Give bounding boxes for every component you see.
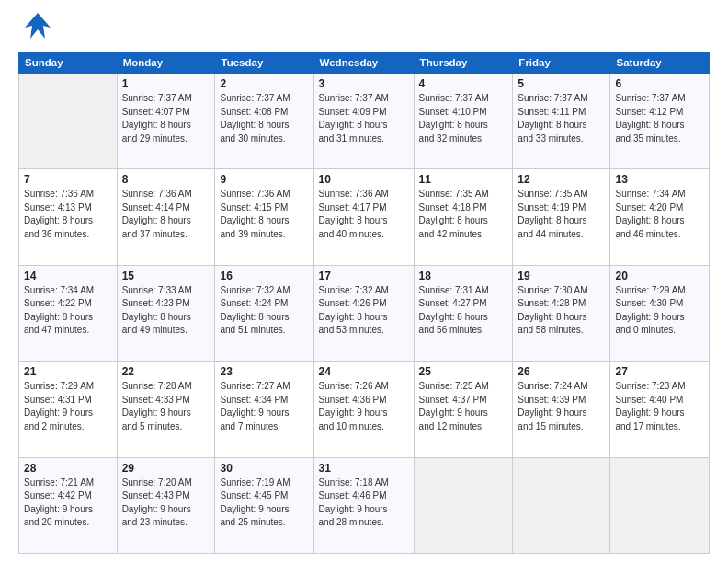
empty-cell bbox=[414, 457, 513, 553]
day-cell-27: 27Sunrise: 7:23 AM Sunset: 4:40 PM Dayli… bbox=[610, 362, 710, 457]
day-info-12: Sunrise: 7:35 AM Sunset: 4:19 PM Dayligh… bbox=[518, 188, 605, 241]
day-cell-14: 14Sunrise: 7:34 AM Sunset: 4:22 PM Dayli… bbox=[19, 265, 118, 361]
day-cell-6: 6Sunrise: 7:37 AM Sunset: 4:12 PM Daylig… bbox=[610, 74, 710, 169]
weekday-header-wednesday: Wednesday bbox=[313, 52, 414, 74]
day-cell-28: 28Sunrise: 7:21 AM Sunset: 4:42 PM Dayli… bbox=[19, 457, 118, 553]
weekday-header-row: SundayMondayTuesdayWednesdayThursdayFrid… bbox=[19, 52, 710, 74]
day-cell-15: 15Sunrise: 7:33 AM Sunset: 4:23 PM Dayli… bbox=[117, 265, 215, 361]
day-info-23: Sunrise: 7:27 AM Sunset: 4:34 PM Dayligh… bbox=[220, 380, 308, 433]
day-number-21: 21 bbox=[24, 365, 112, 378]
day-info-6: Sunrise: 7:37 AM Sunset: 4:12 PM Dayligh… bbox=[615, 92, 704, 145]
day-cell-2: 2Sunrise: 7:37 AM Sunset: 4:08 PM Daylig… bbox=[215, 74, 313, 169]
day-info-31: Sunrise: 7:18 AM Sunset: 4:46 PM Dayligh… bbox=[319, 477, 409, 530]
day-number-9: 9 bbox=[220, 173, 308, 186]
week-row-2: 7Sunrise: 7:36 AM Sunset: 4:13 PM Daylig… bbox=[19, 169, 710, 265]
day-info-19: Sunrise: 7:30 AM Sunset: 4:28 PM Dayligh… bbox=[518, 284, 605, 338]
calendar-table: SundayMondayTuesdayWednesdayThursdayFrid… bbox=[18, 52, 710, 554]
day-info-26: Sunrise: 7:24 AM Sunset: 4:39 PM Dayligh… bbox=[518, 380, 605, 433]
day-number-28: 28 bbox=[24, 462, 112, 475]
logo-bird-icon bbox=[25, 11, 51, 40]
weekday-header-sunday: Sunday bbox=[19, 52, 118, 74]
day-cell-18: 18Sunrise: 7:31 AM Sunset: 4:27 PM Dayli… bbox=[414, 265, 513, 361]
day-number-22: 22 bbox=[122, 365, 210, 378]
day-info-15: Sunrise: 7:33 AM Sunset: 4:23 PM Dayligh… bbox=[122, 284, 210, 338]
logo bbox=[18, 15, 51, 44]
day-cell-25: 25Sunrise: 7:25 AM Sunset: 4:37 PM Dayli… bbox=[414, 362, 513, 457]
day-info-8: Sunrise: 7:36 AM Sunset: 4:14 PM Dayligh… bbox=[122, 188, 210, 241]
day-number-17: 17 bbox=[319, 270, 409, 282]
header bbox=[18, 15, 710, 44]
day-info-14: Sunrise: 7:34 AM Sunset: 4:22 PM Dayligh… bbox=[24, 284, 112, 338]
day-info-4: Sunrise: 7:37 AM Sunset: 4:10 PM Dayligh… bbox=[419, 92, 508, 145]
day-cell-7: 7Sunrise: 7:36 AM Sunset: 4:13 PM Daylig… bbox=[19, 169, 118, 265]
day-cell-29: 29Sunrise: 7:20 AM Sunset: 4:43 PM Dayli… bbox=[117, 457, 215, 553]
weekday-header-friday: Friday bbox=[513, 52, 610, 74]
day-number-5: 5 bbox=[518, 77, 605, 90]
day-cell-10: 10Sunrise: 7:36 AM Sunset: 4:17 PM Dayli… bbox=[313, 169, 414, 265]
day-info-24: Sunrise: 7:26 AM Sunset: 4:36 PM Dayligh… bbox=[319, 380, 409, 433]
day-info-29: Sunrise: 7:20 AM Sunset: 4:43 PM Dayligh… bbox=[122, 477, 210, 530]
day-cell-22: 22Sunrise: 7:28 AM Sunset: 4:33 PM Dayli… bbox=[117, 362, 215, 457]
day-cell-26: 26Sunrise: 7:24 AM Sunset: 4:39 PM Dayli… bbox=[513, 362, 610, 457]
day-info-10: Sunrise: 7:36 AM Sunset: 4:17 PM Dayligh… bbox=[319, 188, 409, 241]
day-cell-23: 23Sunrise: 7:27 AM Sunset: 4:34 PM Dayli… bbox=[215, 362, 313, 457]
day-number-25: 25 bbox=[419, 365, 508, 378]
day-cell-21: 21Sunrise: 7:29 AM Sunset: 4:31 PM Dayli… bbox=[19, 362, 118, 457]
day-cell-11: 11Sunrise: 7:35 AM Sunset: 4:18 PM Dayli… bbox=[414, 169, 513, 265]
day-info-2: Sunrise: 7:37 AM Sunset: 4:08 PM Dayligh… bbox=[220, 92, 308, 145]
calendar-body: 1Sunrise: 7:37 AM Sunset: 4:07 PM Daylig… bbox=[19, 74, 710, 554]
weekday-header-monday: Monday bbox=[117, 52, 215, 74]
day-number-15: 15 bbox=[122, 270, 210, 282]
day-cell-9: 9Sunrise: 7:36 AM Sunset: 4:15 PM Daylig… bbox=[215, 169, 313, 265]
week-row-3: 14Sunrise: 7:34 AM Sunset: 4:22 PM Dayli… bbox=[19, 265, 710, 361]
day-number-20: 20 bbox=[615, 270, 704, 282]
day-info-16: Sunrise: 7:32 AM Sunset: 4:24 PM Dayligh… bbox=[220, 284, 308, 338]
day-number-26: 26 bbox=[518, 365, 605, 378]
empty-cell bbox=[19, 74, 118, 169]
day-cell-13: 13Sunrise: 7:34 AM Sunset: 4:20 PM Dayli… bbox=[610, 169, 710, 265]
week-row-1: 1Sunrise: 7:37 AM Sunset: 4:07 PM Daylig… bbox=[19, 74, 710, 169]
day-info-11: Sunrise: 7:35 AM Sunset: 4:18 PM Dayligh… bbox=[419, 188, 508, 241]
empty-cell bbox=[610, 457, 710, 553]
day-cell-3: 3Sunrise: 7:37 AM Sunset: 4:09 PM Daylig… bbox=[313, 74, 414, 169]
day-number-23: 23 bbox=[220, 365, 308, 378]
day-number-24: 24 bbox=[319, 365, 409, 378]
day-number-31: 31 bbox=[319, 462, 409, 475]
day-info-3: Sunrise: 7:37 AM Sunset: 4:09 PM Dayligh… bbox=[319, 92, 409, 145]
day-number-3: 3 bbox=[319, 77, 409, 90]
day-cell-17: 17Sunrise: 7:32 AM Sunset: 4:26 PM Dayli… bbox=[313, 265, 414, 361]
day-cell-8: 8Sunrise: 7:36 AM Sunset: 4:14 PM Daylig… bbox=[117, 169, 215, 265]
svg-marker-0 bbox=[25, 13, 51, 39]
day-number-14: 14 bbox=[24, 270, 112, 282]
day-number-30: 30 bbox=[220, 462, 308, 475]
day-info-7: Sunrise: 7:36 AM Sunset: 4:13 PM Dayligh… bbox=[24, 188, 112, 241]
day-cell-31: 31Sunrise: 7:18 AM Sunset: 4:46 PM Dayli… bbox=[313, 457, 414, 553]
day-number-19: 19 bbox=[518, 270, 605, 282]
day-info-1: Sunrise: 7:37 AM Sunset: 4:07 PM Dayligh… bbox=[122, 92, 210, 145]
day-info-27: Sunrise: 7:23 AM Sunset: 4:40 PM Dayligh… bbox=[615, 380, 704, 433]
empty-cell bbox=[513, 457, 610, 553]
week-row-5: 28Sunrise: 7:21 AM Sunset: 4:42 PM Dayli… bbox=[19, 457, 710, 553]
weekday-header-tuesday: Tuesday bbox=[215, 52, 313, 74]
day-cell-5: 5Sunrise: 7:37 AM Sunset: 4:11 PM Daylig… bbox=[513, 74, 610, 169]
day-info-13: Sunrise: 7:34 AM Sunset: 4:20 PM Dayligh… bbox=[615, 188, 704, 241]
day-number-27: 27 bbox=[615, 365, 704, 378]
day-info-5: Sunrise: 7:37 AM Sunset: 4:11 PM Dayligh… bbox=[518, 92, 605, 145]
day-info-21: Sunrise: 7:29 AM Sunset: 4:31 PM Dayligh… bbox=[24, 380, 112, 433]
day-number-8: 8 bbox=[122, 173, 210, 186]
day-number-2: 2 bbox=[220, 77, 308, 90]
week-row-4: 21Sunrise: 7:29 AM Sunset: 4:31 PM Dayli… bbox=[19, 362, 710, 457]
day-info-18: Sunrise: 7:31 AM Sunset: 4:27 PM Dayligh… bbox=[419, 284, 508, 338]
day-cell-24: 24Sunrise: 7:26 AM Sunset: 4:36 PM Dayli… bbox=[313, 362, 414, 457]
day-cell-12: 12Sunrise: 7:35 AM Sunset: 4:19 PM Dayli… bbox=[513, 169, 610, 265]
day-number-1: 1 bbox=[122, 77, 210, 90]
day-cell-16: 16Sunrise: 7:32 AM Sunset: 4:24 PM Dayli… bbox=[215, 265, 313, 361]
page: SundayMondayTuesdayWednesdayThursdayFrid… bbox=[0, 0, 728, 563]
day-cell-4: 4Sunrise: 7:37 AM Sunset: 4:10 PM Daylig… bbox=[414, 74, 513, 169]
day-info-17: Sunrise: 7:32 AM Sunset: 4:26 PM Dayligh… bbox=[319, 284, 409, 338]
day-cell-30: 30Sunrise: 7:19 AM Sunset: 4:45 PM Dayli… bbox=[215, 457, 313, 553]
weekday-header-saturday: Saturday bbox=[610, 52, 710, 74]
day-number-4: 4 bbox=[419, 77, 508, 90]
day-number-11: 11 bbox=[419, 173, 508, 186]
day-info-25: Sunrise: 7:25 AM Sunset: 4:37 PM Dayligh… bbox=[419, 380, 508, 433]
